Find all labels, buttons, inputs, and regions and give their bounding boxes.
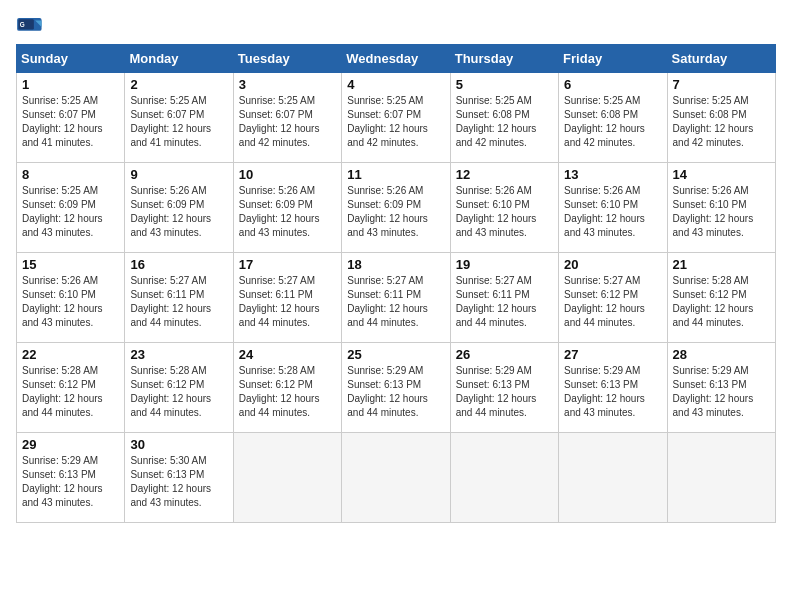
calendar-week-row: 15 Sunrise: 5:26 AM Sunset: 6:10 PM Dayl… bbox=[17, 253, 776, 343]
calendar-day-cell: 4 Sunrise: 5:25 AM Sunset: 6:07 PM Dayli… bbox=[342, 73, 450, 163]
calendar-day-cell: 15 Sunrise: 5:26 AM Sunset: 6:10 PM Dayl… bbox=[17, 253, 125, 343]
day-detail: Sunrise: 5:25 AM Sunset: 6:08 PM Dayligh… bbox=[564, 94, 661, 150]
day-detail: Sunrise: 5:28 AM Sunset: 6:12 PM Dayligh… bbox=[239, 364, 336, 420]
day-number: 27 bbox=[564, 347, 661, 362]
svg-text:G: G bbox=[20, 21, 25, 28]
day-number: 20 bbox=[564, 257, 661, 272]
day-detail: Sunrise: 5:27 AM Sunset: 6:11 PM Dayligh… bbox=[347, 274, 444, 330]
calendar-day-cell bbox=[233, 433, 341, 523]
calendar-day-cell: 25 Sunrise: 5:29 AM Sunset: 6:13 PM Dayl… bbox=[342, 343, 450, 433]
calendar-day-cell: 2 Sunrise: 5:25 AM Sunset: 6:07 PM Dayli… bbox=[125, 73, 233, 163]
day-number: 14 bbox=[673, 167, 770, 182]
calendar-day-cell: 6 Sunrise: 5:25 AM Sunset: 6:08 PM Dayli… bbox=[559, 73, 667, 163]
day-number: 7 bbox=[673, 77, 770, 92]
day-detail: Sunrise: 5:28 AM Sunset: 6:12 PM Dayligh… bbox=[22, 364, 119, 420]
day-detail: Sunrise: 5:29 AM Sunset: 6:13 PM Dayligh… bbox=[22, 454, 119, 510]
day-number: 16 bbox=[130, 257, 227, 272]
day-number: 2 bbox=[130, 77, 227, 92]
day-header-wednesday: Wednesday bbox=[342, 45, 450, 73]
calendar-day-cell: 3 Sunrise: 5:25 AM Sunset: 6:07 PM Dayli… bbox=[233, 73, 341, 163]
calendar-day-cell: 27 Sunrise: 5:29 AM Sunset: 6:13 PM Dayl… bbox=[559, 343, 667, 433]
day-number: 3 bbox=[239, 77, 336, 92]
day-detail: Sunrise: 5:27 AM Sunset: 6:11 PM Dayligh… bbox=[239, 274, 336, 330]
calendar-day-cell: 7 Sunrise: 5:25 AM Sunset: 6:08 PM Dayli… bbox=[667, 73, 775, 163]
day-number: 4 bbox=[347, 77, 444, 92]
day-number: 28 bbox=[673, 347, 770, 362]
day-number: 18 bbox=[347, 257, 444, 272]
day-detail: Sunrise: 5:30 AM Sunset: 6:13 PM Dayligh… bbox=[130, 454, 227, 510]
day-detail: Sunrise: 5:28 AM Sunset: 6:12 PM Dayligh… bbox=[130, 364, 227, 420]
day-number: 1 bbox=[22, 77, 119, 92]
calendar-day-cell bbox=[667, 433, 775, 523]
day-detail: Sunrise: 5:29 AM Sunset: 6:13 PM Dayligh… bbox=[673, 364, 770, 420]
day-number: 30 bbox=[130, 437, 227, 452]
day-header-monday: Monday bbox=[125, 45, 233, 73]
day-number: 11 bbox=[347, 167, 444, 182]
calendar-week-row: 22 Sunrise: 5:28 AM Sunset: 6:12 PM Dayl… bbox=[17, 343, 776, 433]
day-number: 26 bbox=[456, 347, 553, 362]
calendar-day-cell: 8 Sunrise: 5:25 AM Sunset: 6:09 PM Dayli… bbox=[17, 163, 125, 253]
day-header-saturday: Saturday bbox=[667, 45, 775, 73]
day-detail: Sunrise: 5:25 AM Sunset: 6:07 PM Dayligh… bbox=[239, 94, 336, 150]
calendar-day-cell: 19 Sunrise: 5:27 AM Sunset: 6:11 PM Dayl… bbox=[450, 253, 558, 343]
calendar-day-cell: 14 Sunrise: 5:26 AM Sunset: 6:10 PM Dayl… bbox=[667, 163, 775, 253]
day-number: 5 bbox=[456, 77, 553, 92]
day-header-tuesday: Tuesday bbox=[233, 45, 341, 73]
calendar-day-cell: 20 Sunrise: 5:27 AM Sunset: 6:12 PM Dayl… bbox=[559, 253, 667, 343]
day-detail: Sunrise: 5:25 AM Sunset: 6:09 PM Dayligh… bbox=[22, 184, 119, 240]
day-detail: Sunrise: 5:27 AM Sunset: 6:11 PM Dayligh… bbox=[130, 274, 227, 330]
day-detail: Sunrise: 5:29 AM Sunset: 6:13 PM Dayligh… bbox=[347, 364, 444, 420]
day-number: 25 bbox=[347, 347, 444, 362]
general-blue-icon: G bbox=[16, 18, 44, 36]
calendar-week-row: 8 Sunrise: 5:25 AM Sunset: 6:09 PM Dayli… bbox=[17, 163, 776, 253]
day-detail: Sunrise: 5:25 AM Sunset: 6:07 PM Dayligh… bbox=[130, 94, 227, 150]
calendar-day-cell: 18 Sunrise: 5:27 AM Sunset: 6:11 PM Dayl… bbox=[342, 253, 450, 343]
calendar-day-cell: 17 Sunrise: 5:27 AM Sunset: 6:11 PM Dayl… bbox=[233, 253, 341, 343]
calendar-day-cell: 30 Sunrise: 5:30 AM Sunset: 6:13 PM Dayl… bbox=[125, 433, 233, 523]
calendar-day-cell: 16 Sunrise: 5:27 AM Sunset: 6:11 PM Dayl… bbox=[125, 253, 233, 343]
day-number: 10 bbox=[239, 167, 336, 182]
day-number: 19 bbox=[456, 257, 553, 272]
day-number: 8 bbox=[22, 167, 119, 182]
calendar-day-cell: 29 Sunrise: 5:29 AM Sunset: 6:13 PM Dayl… bbox=[17, 433, 125, 523]
calendar-day-cell: 5 Sunrise: 5:25 AM Sunset: 6:08 PM Dayli… bbox=[450, 73, 558, 163]
calendar-header-row: SundayMondayTuesdayWednesdayThursdayFrid… bbox=[17, 45, 776, 73]
day-number: 15 bbox=[22, 257, 119, 272]
day-detail: Sunrise: 5:26 AM Sunset: 6:10 PM Dayligh… bbox=[673, 184, 770, 240]
calendar-day-cell: 22 Sunrise: 5:28 AM Sunset: 6:12 PM Dayl… bbox=[17, 343, 125, 433]
calendar-day-cell: 13 Sunrise: 5:26 AM Sunset: 6:10 PM Dayl… bbox=[559, 163, 667, 253]
day-detail: Sunrise: 5:26 AM Sunset: 6:09 PM Dayligh… bbox=[239, 184, 336, 240]
day-number: 22 bbox=[22, 347, 119, 362]
calendar-day-cell: 26 Sunrise: 5:29 AM Sunset: 6:13 PM Dayl… bbox=[450, 343, 558, 433]
day-detail: Sunrise: 5:25 AM Sunset: 6:07 PM Dayligh… bbox=[22, 94, 119, 150]
calendar-day-cell: 23 Sunrise: 5:28 AM Sunset: 6:12 PM Dayl… bbox=[125, 343, 233, 433]
calendar-day-cell: 21 Sunrise: 5:28 AM Sunset: 6:12 PM Dayl… bbox=[667, 253, 775, 343]
day-number: 21 bbox=[673, 257, 770, 272]
calendar-day-cell: 11 Sunrise: 5:26 AM Sunset: 6:09 PM Dayl… bbox=[342, 163, 450, 253]
calendar-day-cell: 24 Sunrise: 5:28 AM Sunset: 6:12 PM Dayl… bbox=[233, 343, 341, 433]
day-detail: Sunrise: 5:25 AM Sunset: 6:07 PM Dayligh… bbox=[347, 94, 444, 150]
day-detail: Sunrise: 5:29 AM Sunset: 6:13 PM Dayligh… bbox=[564, 364, 661, 420]
day-detail: Sunrise: 5:27 AM Sunset: 6:12 PM Dayligh… bbox=[564, 274, 661, 330]
day-number: 13 bbox=[564, 167, 661, 182]
calendar-day-cell bbox=[450, 433, 558, 523]
day-number: 12 bbox=[456, 167, 553, 182]
day-header-sunday: Sunday bbox=[17, 45, 125, 73]
day-number: 23 bbox=[130, 347, 227, 362]
day-detail: Sunrise: 5:25 AM Sunset: 6:08 PM Dayligh… bbox=[673, 94, 770, 150]
day-detail: Sunrise: 5:26 AM Sunset: 6:10 PM Dayligh… bbox=[456, 184, 553, 240]
day-detail: Sunrise: 5:26 AM Sunset: 6:09 PM Dayligh… bbox=[347, 184, 444, 240]
day-detail: Sunrise: 5:29 AM Sunset: 6:13 PM Dayligh… bbox=[456, 364, 553, 420]
calendar-day-cell: 28 Sunrise: 5:29 AM Sunset: 6:13 PM Dayl… bbox=[667, 343, 775, 433]
calendar-week-row: 1 Sunrise: 5:25 AM Sunset: 6:07 PM Dayli… bbox=[17, 73, 776, 163]
day-number: 24 bbox=[239, 347, 336, 362]
logo: G bbox=[16, 16, 48, 36]
day-number: 29 bbox=[22, 437, 119, 452]
day-detail: Sunrise: 5:28 AM Sunset: 6:12 PM Dayligh… bbox=[673, 274, 770, 330]
calendar-day-cell bbox=[342, 433, 450, 523]
calendar-table: SundayMondayTuesdayWednesdayThursdayFrid… bbox=[16, 44, 776, 523]
calendar-day-cell: 12 Sunrise: 5:26 AM Sunset: 6:10 PM Dayl… bbox=[450, 163, 558, 253]
day-detail: Sunrise: 5:26 AM Sunset: 6:09 PM Dayligh… bbox=[130, 184, 227, 240]
calendar-day-cell bbox=[559, 433, 667, 523]
day-detail: Sunrise: 5:26 AM Sunset: 6:10 PM Dayligh… bbox=[22, 274, 119, 330]
